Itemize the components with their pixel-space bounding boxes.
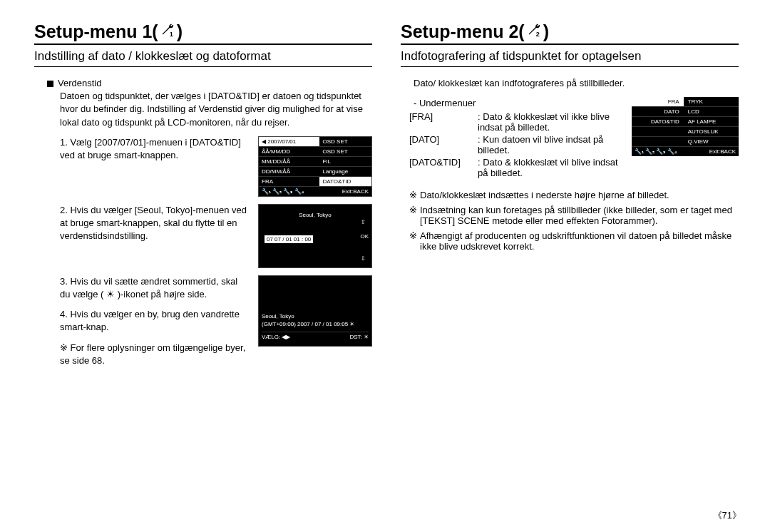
panel1-footer: 🔧₁ 🔧₂ 🔧₃ 🔧₄ Exit:BACK	[259, 187, 371, 196]
submenu-desc-1: : Kun datoen vil blive indsat på billede…	[478, 134, 623, 155]
note-1-text: Indsætning kan kun foretages på stillbil…	[420, 205, 739, 226]
title-text-suffix: )	[177, 21, 183, 42]
panel1-r4l: DD/MM/ÅÅ	[259, 166, 319, 176]
panel3-gmt: (GMT+09:00) 2007 / 07 / 01 09:05 ☀	[262, 321, 369, 327]
panel1-r2r: OSD SET	[319, 146, 371, 156]
worldtime-heading: Verdenstid	[47, 77, 372, 90]
submenu-lbl-2: [DATO&TID]	[409, 157, 473, 178]
wrench-2-icon: 2	[526, 21, 542, 42]
note-2-text: Afhængigt af producenten og udskriftfunk…	[420, 230, 739, 252]
worldtime-block: Verdenstid Datoen og tidspunktet, der væ…	[47, 77, 372, 129]
submenu-lbl-0: [FRA]	[409, 111, 473, 133]
wrench-1-icon: 1	[160, 21, 175, 42]
worldtime-label: Verdenstid	[58, 78, 101, 88]
step2-row: 2. Hvis du vælger [Seoul, Tokyo]-menuen …	[60, 204, 372, 268]
left-column: Setup-menu 1( 1 ) Indstilling af dato / …	[34, 21, 372, 518]
panel3-right: DST: ☀	[349, 334, 369, 340]
pr-r1l: FRA	[632, 97, 684, 107]
pr-r3l: DATO&TID	[632, 117, 684, 127]
panel1-r4r: Language	[319, 166, 371, 176]
panel1-r1r: OSD SET	[319, 137, 371, 147]
panel3-left: VÆLG: ◀▶	[262, 334, 290, 340]
submenu-lbl-1: [DATO]	[409, 134, 473, 155]
star-icon: ※	[409, 205, 417, 226]
svg-text:1: 1	[169, 31, 173, 38]
right-intro: Dato/ klokkeslæt kan indfotograferes på …	[414, 77, 739, 90]
pr-r3r: AF LAMPE	[684, 117, 739, 127]
setup-menu-1-title: Setup-menu 1( 1 )	[34, 21, 372, 45]
setup-menu-2-title: Setup-menu 2( 2 )	[401, 21, 739, 45]
pr-r5r: Q.VIEW	[684, 137, 739, 147]
note-1: ※Indsætning kan kun foretages på stillbi…	[409, 205, 739, 226]
submenu-row-0: [FRA] : Dato & klokkeslæt vil ikke blive…	[409, 111, 623, 133]
submenu-desc-2: : Dato & klokkeslæt vil blive indsat på …	[478, 157, 623, 178]
wrench-row-icon-right: 🔧₁ 🔧₂ 🔧₃ 🔧₄	[635, 148, 677, 155]
step3-text: 3. Hvis du vil sætte ændret sommertid, s…	[60, 275, 250, 301]
submenu-desc-0: : Dato & klokkeslæt vil ikke blive indsa…	[478, 111, 623, 133]
panel-right-footer: 🔧₁ 🔧₂ 🔧₃ 🔧₄ Exit:BACK	[632, 147, 739, 156]
left-note: ※ For flere oplysninger om tilgængelige …	[60, 342, 250, 367]
panel2-dateline: 07 07 / 01 01 : 00	[265, 235, 313, 243]
submenu-heading: - Undermenuer	[414, 97, 623, 110]
step34-text: 3. Hvis du vil sætte ændret sommertid, s…	[60, 275, 250, 367]
step1-row: 1. Vælg [2007/07/01]-menuen i [DATO&TID]…	[60, 136, 372, 197]
star-icon: ※	[409, 190, 417, 200]
submenu-row-1: [DATO] : Kun datoen vil blive indsat på …	[409, 134, 623, 155]
pr-footer-right: Exit:BACK	[709, 148, 736, 155]
note-2: ※Afhængigt af producenten og udskriftfun…	[409, 230, 739, 252]
panel1-r5l: FRA	[259, 176, 319, 186]
panel3-footer: VÆLG: ◀▶ DST: ☀	[262, 332, 369, 340]
wrench-row-icon: 🔧₁ 🔧₂ 🔧₃ 🔧₄	[262, 188, 304, 195]
panel2-city: Seoul, Tokyo	[262, 212, 369, 218]
panel2-ok: OK	[360, 232, 369, 239]
panel1-footer-right: Exit:BACK	[342, 188, 369, 195]
lcd-panel-2: Seoul, Tokyo ⇧ 07 07 / 01 01 : 00 OK ⇩	[258, 204, 372, 268]
panel1-r2l: ÅÅ/MM/DD	[259, 146, 319, 156]
pr-r2r: LCD	[684, 107, 739, 117]
panel1-r3r: FIL	[319, 156, 371, 166]
panel1-r3l: MM/DD/ÅÅ	[259, 156, 319, 166]
bullet-square-icon	[47, 81, 53, 87]
step1-text: 1. Vælg [2007/07/01]-menuen i [DATO&TID]…	[60, 136, 250, 162]
page-number: 《71》	[713, 509, 741, 522]
section-title-left: Indstilling af dato / klokkeslæt og dato…	[34, 49, 372, 67]
title-text-prefix: Setup-menu 1(	[34, 21, 158, 42]
worldtime-desc: Datoen og tidspunktet, der vælges i [DAT…	[60, 90, 372, 129]
note-0-text: Dato/klokkeslæt indsættes i nederste høj…	[420, 190, 669, 200]
right-submenu-block: - Undermenuer [FRA] : Dato & klokkeslæt …	[401, 97, 739, 178]
panel-right-table: FRATRYK DATOLCD DATO&TIDAF LAMPE AUTOSLU…	[632, 97, 739, 147]
pr-r2l: DATO	[632, 107, 684, 117]
step4-text: 4. Hvis du vælger en by, brug den vandre…	[60, 308, 250, 334]
lcd-panel-1: ◀ 2007/07/01OSD SET ÅÅ/MM/DDOSD SET MM/D…	[258, 136, 372, 197]
down-arrow-icon: ⇩	[361, 255, 366, 262]
step34-row: 3. Hvis du vil sætte ændret sommertid, s…	[60, 275, 372, 367]
panel1-r5r: DATO&TID	[319, 176, 371, 186]
pr-r4r: AUTOSLUK	[684, 127, 739, 137]
pr-r1r: TRYK	[684, 97, 739, 107]
section-title-right: Indfotografering af tidspunktet for opta…	[401, 49, 739, 67]
panel3-city: Seoul, Tokyo	[262, 313, 369, 319]
note-0: ※Dato/klokkeslæt indsættes i nederste hø…	[409, 190, 739, 200]
star-icon: ※	[409, 230, 417, 252]
lcd-panel-right: FRATRYK DATOLCD DATO&TIDAF LAMPE AUTOSLU…	[632, 97, 739, 156]
title2-prefix: Setup-menu 2(	[401, 21, 525, 42]
step2-text: 2. Hvis du vælger [Seoul, Tokyo]-menuen …	[60, 204, 250, 243]
up-arrow-icon: ⇧	[361, 219, 366, 225]
lcd-panel-3: Seoul, Tokyo (GMT+09:00) 2007 / 07 / 01 …	[258, 275, 372, 347]
svg-text:2: 2	[535, 31, 539, 38]
submenu-text: - Undermenuer [FRA] : Dato & klokkeslæt …	[401, 97, 623, 178]
title2-suffix: )	[543, 21, 549, 42]
panel1-table: ◀ 2007/07/01OSD SET ÅÅ/MM/DDOSD SET MM/D…	[259, 137, 371, 187]
submenu-row-2: [DATO&TID] : Dato & klokkeslæt vil blive…	[409, 157, 623, 178]
panel1-r1l: ◀ 2007/07/01	[259, 137, 319, 147]
right-column: Setup-menu 2( 2 ) Indfotografering af ti…	[401, 21, 739, 518]
